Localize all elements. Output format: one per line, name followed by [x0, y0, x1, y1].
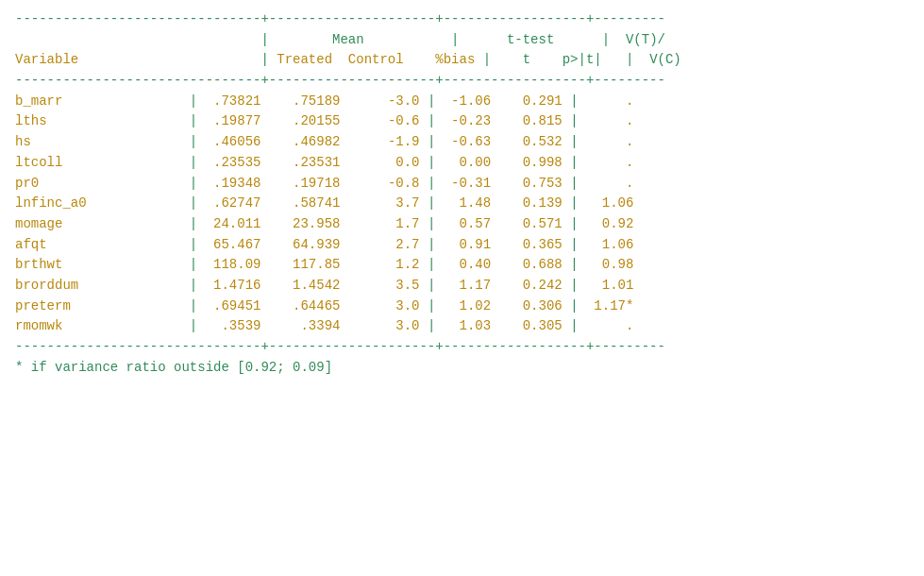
ttest-label: t-test: [507, 32, 554, 47]
vtvc-label: V(T)/: [626, 32, 665, 47]
mean-label: Mean: [332, 32, 364, 47]
footer-note: * if variance ratio outside [0.92; 0.09]: [15, 360, 332, 375]
balance-table-container: -------------------------------+--------…: [15, 9, 909, 378]
data-rows: b_marr | .73821 .75189 -3.0 | -1.06 0.29…: [15, 93, 633, 334]
stats-output: -------------------------------+--------…: [15, 9, 909, 378]
